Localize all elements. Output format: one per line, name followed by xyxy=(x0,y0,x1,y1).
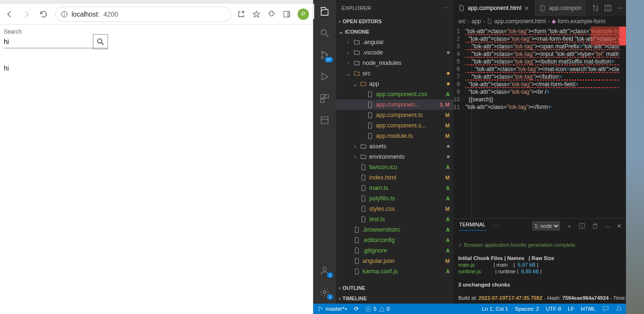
activity-explorer[interactable] xyxy=(318,5,331,18)
close-icon[interactable]: ✕ xyxy=(524,5,529,12)
status-encoding[interactable]: UTF-8 xyxy=(546,306,562,312)
file-row[interactable]: angular.jsonM xyxy=(336,256,454,266)
file-row[interactable]: app.component.tsM xyxy=(336,110,454,120)
file-row[interactable]: styles.cssM xyxy=(336,204,454,214)
activity-extensions[interactable] xyxy=(318,92,331,105)
profile-avatar[interactable]: P xyxy=(298,9,309,20)
url-port: 4200 xyxy=(103,10,118,18)
split-terminal-icon[interactable] xyxy=(579,223,585,229)
file-row[interactable]: .editorconfigA xyxy=(336,235,454,245)
svg-rect-2 xyxy=(64,12,64,13)
file-row[interactable]: favicon.icoA xyxy=(336,162,454,172)
tab-active[interactable]: app.component.html ✕ xyxy=(454,0,535,16)
folder-row[interactable]: ›.vscode xyxy=(336,47,454,58)
folder-row[interactable]: ›assets xyxy=(336,141,454,152)
activity-other[interactable] xyxy=(318,114,331,127)
section-open-editors[interactable]: ›OPEN EDITORS xyxy=(336,16,454,27)
section-timeline[interactable]: ›TIMELINE xyxy=(336,293,454,304)
new-terminal-icon[interactable]: ＋ xyxy=(567,223,572,230)
svg-point-7 xyxy=(321,30,327,35)
activity-run-debug[interactable] xyxy=(318,70,331,83)
kill-terminal-icon[interactable] xyxy=(592,223,599,229)
panel-tab-terminal[interactable]: TERMINAL xyxy=(458,222,487,231)
close-panel-icon[interactable]: ✕ xyxy=(617,223,621,229)
chrome-window: localhost:4200 P Search hi xyxy=(0,0,313,314)
activity-source-control[interactable]: 37 xyxy=(318,48,331,62)
scm-badge: 37 xyxy=(325,57,333,63)
svg-point-17 xyxy=(323,267,326,270)
svg-point-24 xyxy=(318,310,319,311)
file-tree: ›.angular›.vscode›node_modules⌄src⌄appap… xyxy=(336,37,454,283)
status-feedback-icon[interactable] xyxy=(602,305,609,312)
status-notifications-icon[interactable] xyxy=(616,305,622,312)
file-row[interactable]: karma.conf.jsA xyxy=(336,266,454,277)
site-info-icon[interactable] xyxy=(61,11,68,18)
vscode-window: 37 1 1 xyxy=(313,0,626,314)
maximize-panel-icon[interactable]: ︿ xyxy=(605,223,610,230)
activity-settings[interactable]: 1 xyxy=(318,286,331,299)
forward-button[interactable] xyxy=(21,9,32,20)
section-project[interactable]: ⌄ICONONE xyxy=(336,27,454,37)
status-bar: master*+ ⟳ 5 0 Ln 1, Col 1 Spaces: 2 UTF… xyxy=(313,304,626,314)
side-panel-icon[interactable] xyxy=(282,10,291,18)
minimap[interactable] xyxy=(591,27,619,45)
svg-point-10 xyxy=(321,56,323,58)
breadcrumbs[interactable]: src› app› app.component.html› ◆ form.exa… xyxy=(454,16,626,27)
file-row[interactable]: main.tsA xyxy=(336,183,454,193)
terminal-output[interactable]: ✓ Browser application bundle generation … xyxy=(454,233,626,304)
file-row[interactable]: .browserslistrcA xyxy=(336,224,454,235)
folder-row[interactable]: ›environments xyxy=(336,152,454,162)
folder-row[interactable]: ⌄src xyxy=(336,68,454,79)
status-problems[interactable]: 5 0 xyxy=(365,306,390,312)
svg-rect-13 xyxy=(325,95,328,98)
file-row[interactable]: .gitignoreA xyxy=(336,245,454,256)
symbol-icon: ◆ xyxy=(552,18,556,25)
status-language[interactable]: HTML xyxy=(581,306,596,312)
svg-point-9 xyxy=(321,51,323,53)
file-row[interactable]: app.module.tsM xyxy=(336,131,454,141)
address-bar[interactable]: localhost:4200 xyxy=(55,7,231,22)
panel-more-icon[interactable]: ⋯ xyxy=(493,223,499,229)
file-row[interactable]: test.tsA xyxy=(336,214,454,224)
folder-row[interactable]: ›node_modules xyxy=(336,58,454,68)
reload-button[interactable] xyxy=(38,9,49,20)
folder-row[interactable]: ⌄app xyxy=(336,79,454,89)
browser-tab-strip[interactable] xyxy=(0,0,313,4)
file-row[interactable]: app.componen...3, M xyxy=(336,99,454,110)
folder-row[interactable]: ›.angular xyxy=(336,37,454,47)
tab-secondary[interactable]: app.compon xyxy=(535,0,587,16)
terminal-panel: TERMINAL ⋯ 1: node ＋ ︿ ✕ ✓ Browser appli… xyxy=(454,218,626,304)
svg-rect-4 xyxy=(287,11,290,17)
status-branch[interactable]: master*+ xyxy=(317,305,347,312)
activity-accounts[interactable]: 1 xyxy=(318,264,331,277)
url-host: localhost: xyxy=(72,10,100,18)
sidebar-more-icon[interactable]: ⋯ xyxy=(443,5,448,11)
compare-changes-icon[interactable] xyxy=(592,4,599,12)
extensions-icon[interactable] xyxy=(267,10,276,18)
svg-rect-15 xyxy=(321,117,328,124)
file-row[interactable]: index.htmlM xyxy=(336,172,454,183)
browser-toolbar: localhost:4200 P xyxy=(0,4,313,25)
search-button[interactable] xyxy=(93,34,108,49)
status-sync[interactable]: ⟳ xyxy=(354,305,359,312)
svg-rect-14 xyxy=(321,99,324,102)
overview-ruler[interactable] xyxy=(619,27,626,218)
share-icon[interactable] xyxy=(237,10,245,18)
back-button[interactable] xyxy=(4,9,15,20)
file-row[interactable]: polyfills.tsA xyxy=(336,193,454,204)
activity-search[interactable] xyxy=(318,27,331,40)
svg-point-18 xyxy=(323,291,326,294)
file-row[interactable]: app.component.s...M xyxy=(336,120,454,131)
status-eol[interactable]: LF xyxy=(568,306,574,312)
status-indent[interactable]: Spaces: 2 xyxy=(515,306,539,312)
svg-point-5 xyxy=(98,39,102,43)
file-row[interactable]: app.component.cssA xyxy=(336,89,454,99)
bookmark-icon[interactable] xyxy=(252,10,261,18)
status-cursor[interactable]: Ln 1, Col 1 xyxy=(482,306,508,312)
editor-more-icon[interactable]: ⋯ xyxy=(617,5,622,11)
section-outline[interactable]: ›OUTLINE xyxy=(336,283,454,293)
split-editor-icon[interactable] xyxy=(604,4,612,12)
terminal-selector[interactable]: 1: node xyxy=(532,221,560,231)
search-input[interactable] xyxy=(4,38,90,45)
code-editor[interactable]: 1234567891011 "tok-attr">class="tok-tag"… xyxy=(454,27,626,218)
